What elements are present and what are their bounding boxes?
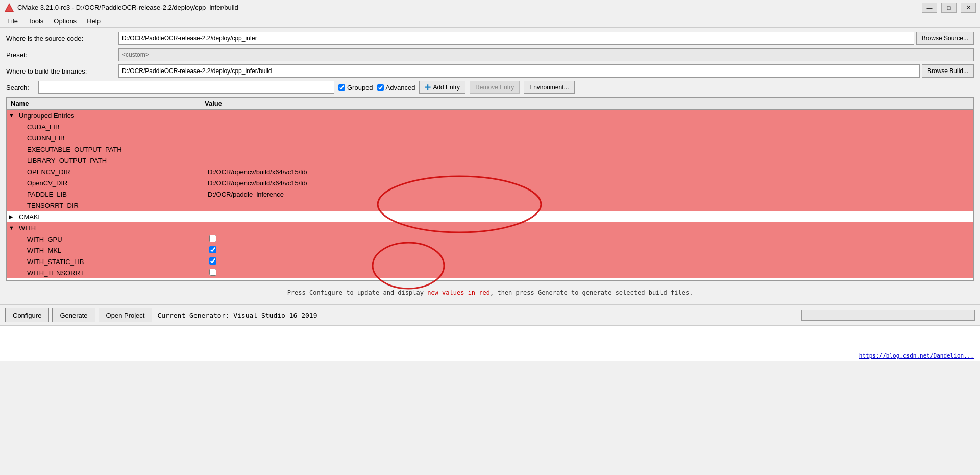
row-with-static-lib: WITH_STATIC_LIB [25,258,204,266]
status-text: Press Configure to update and display ne… [6,285,974,300]
title-bar-controls: — □ ✕ [922,3,976,13]
preset-input[interactable] [118,48,974,61]
row-cuda-lib: CUDA_LIB [25,123,204,131]
table-row[interactable]: WITH_MKL [7,245,973,256]
val-with-gpu [204,235,971,244]
advanced-label: Advanced [386,84,415,91]
binaries-row: Where to build the binaries: Browse Buil… [6,64,974,78]
row-exec-output: EXECUTABLE_OUTPUT_PATH [25,146,204,153]
source-code-row: Where is the source code: Browse Source.… [6,32,974,45]
row-with-mkl: WITH_MKL [25,247,204,254]
advanced-checkbox[interactable] [377,84,384,91]
search-row: Search: Grouped Advanced ✛ Add Entry Rem… [6,81,974,94]
val-with-static-lib [204,257,971,266]
table-row[interactable]: CUDNN_LIB [7,132,973,144]
table-header: Name Value [7,98,973,110]
search-input[interactable] [38,81,334,94]
with-gpu-checkbox[interactable] [208,235,218,242]
menu-file[interactable]: File [3,16,22,26]
grouped-checkbox[interactable] [338,84,345,91]
val-with-tensorrt [204,269,971,277]
bottom-bar: Configure Generate Open Project Current … [0,304,980,325]
val-paddle-lib: D:/OCR/paddle_inference [204,191,971,198]
browse-build-button[interactable]: Browse Build... [922,64,974,78]
environment-button[interactable]: Environment... [524,81,574,94]
section-cmake[interactable]: ▶ CMAKE [7,211,973,222]
table-row[interactable]: EXECUTABLE_OUTPUT_PATH [7,144,973,155]
with-toggle[interactable]: ▼ [9,225,17,231]
table-row[interactable]: WITH_STATIC_LIB [7,256,973,267]
row-with-gpu: WITH_GPU [25,235,204,243]
configure-button[interactable]: Configure [5,308,49,322]
with-tensorrt-checkbox[interactable] [208,269,218,276]
progress-bar [801,310,975,321]
val-with-mkl [204,246,971,255]
plus-icon: ✛ [425,83,431,91]
main-panel: Where is the source code: Browse Source.… [0,28,980,304]
preset-row: Preset: [6,48,974,61]
table-row[interactable]: CUDA_LIB [7,121,973,132]
preset-label: Preset: [6,51,118,59]
table-row[interactable]: WITH_TENSORRT [7,267,973,278]
table-row[interactable]: PADDLE_LIB D:/OCR/paddle_inference [7,188,973,200]
remove-entry-label: Remove Entry [475,84,514,91]
cmake-icon [4,3,14,13]
row-opencv-dir: OPENCV_DIR [25,168,204,176]
row-lib-output: LIBRARY_OUTPUT_PATH [25,157,204,164]
cmake-label: CMAKE [17,213,195,221]
row-opencv-dir2: OpenCV_DIR [25,179,204,187]
generator-text: Current Generator: Visual Studio 16 2019 [157,312,317,319]
row-paddle-lib: PADDLE_LIB [25,191,204,198]
section-ungrouped[interactable]: ▼ Ungrouped Entries [7,110,973,121]
with-mkl-checkbox[interactable] [208,246,218,253]
cmake-table: Name Value ▼ Ungrouped Entries CUDA_LIB … [6,97,974,281]
add-entry-label: Add Entry [433,84,460,91]
minimize-button[interactable]: — [922,3,937,13]
add-entry-button[interactable]: ✛ Add Entry [419,81,465,94]
ungrouped-label: Ungrouped Entries [17,112,195,120]
table-row[interactable]: OPENCV_DIR D:/OCR/opencv/build/x64/vc15/… [7,166,973,177]
with-label: WITH [17,224,195,232]
val-opencv-dir: D:/OCR/opencv/build/x64/vc15/lib [204,168,971,176]
close-button[interactable]: ✕ [961,3,976,13]
search-label: Search: [6,84,34,91]
title-text: CMake 3.21.0-rc3 - D:/OCR/PaddleOCR-rele… [17,4,238,11]
table-row[interactable]: TENSORRT_DIR [7,200,973,211]
browse-source-button[interactable]: Browse Source... [916,32,974,45]
menu-help[interactable]: Help [83,16,105,26]
title-bar: CMake 3.21.0-rc3 - D:/OCR/PaddleOCR-rele… [0,0,980,15]
advanced-checkbox-label[interactable]: Advanced [377,84,415,91]
ungrouped-toggle[interactable]: ▼ [9,112,17,118]
grouped-label: Grouped [347,84,373,91]
val-opencv-dir2: D:/OCR/opencv/build/x64/vc15/lib [204,179,971,187]
environment-label: Environment... [529,84,569,91]
binaries-label: Where to build the binaries: [6,67,118,75]
source-label: Where is the source code: [6,35,118,42]
table-row[interactable]: WITH_GPU [7,233,973,245]
generate-button[interactable]: Generate [52,308,95,322]
table-row[interactable]: OpenCV_DIR D:/OCR/opencv/build/x64/vc15/… [7,177,973,188]
section-with[interactable]: ▼ WITH [7,222,973,233]
menu-options[interactable]: Options [50,16,81,26]
col-value-header: Value [205,100,969,107]
title-bar-left: CMake 3.21.0-rc3 - D:/OCR/PaddleOCR-rele… [4,3,238,13]
cmake-toggle[interactable]: ▶ [9,213,17,220]
log-url[interactable]: https://blog.csdn.net/Dandelion... [859,352,974,359]
table-row[interactable]: LIBRARY_OUTPUT_PATH [7,155,973,166]
grouped-checkbox-label[interactable]: Grouped [338,84,373,91]
open-project-button[interactable]: Open Project [99,308,153,322]
maximize-button[interactable]: □ [941,3,957,13]
source-input[interactable] [118,32,914,45]
with-static-lib-checkbox[interactable] [208,257,218,265]
row-with-tensorrt: WITH_TENSORRT [25,269,204,277]
col-name-header: Name [11,100,205,107]
row-cudnn-lib: CUDNN_LIB [25,134,204,142]
row-tensorrt-dir: TENSORRT_DIR [25,202,204,209]
menu-bar: File Tools Options Help [0,15,980,28]
binaries-input[interactable] [118,64,920,78]
log-area: https://blog.csdn.net/Dandelion... [0,325,980,361]
remove-entry-button[interactable]: Remove Entry [470,81,520,94]
menu-tools[interactable]: Tools [24,16,47,26]
